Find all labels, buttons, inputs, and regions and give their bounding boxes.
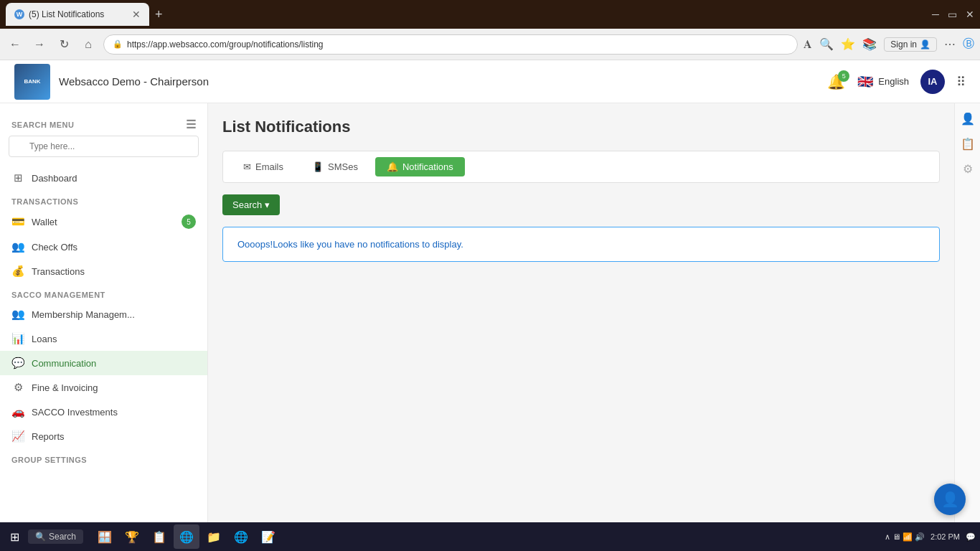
collections-icon[interactable]: 📚 bbox=[862, 37, 877, 51]
system-tray-icons: ∧ 🖥 📶 🔊 bbox=[885, 532, 925, 542]
support-icon: 👤 bbox=[941, 491, 959, 508]
dashboard-icon: ⊞ bbox=[11, 171, 24, 184]
home-button[interactable]: ⌂ bbox=[79, 35, 98, 54]
taskbar: ⊞ 🔍 Search 🪟 🏆 📋 🌐 📁 🌐 📝 ∧ 🖥 📶 🔊 2:02 PM… bbox=[0, 522, 980, 551]
url-text: https://app.websacco.com/group/notificat… bbox=[127, 39, 788, 50]
minimize-button[interactable]: ─ bbox=[932, 9, 939, 20]
notification-center-icon[interactable]: 💬 bbox=[966, 532, 976, 542]
search-icon[interactable]: 🔍 bbox=[819, 37, 834, 51]
empty-state-message: Oooops!Looks like you have no notificati… bbox=[222, 227, 940, 262]
sidebar-item-transactions[interactable]: 💰 Transactions bbox=[0, 259, 207, 283]
page-title: List Notifications bbox=[222, 118, 940, 136]
right-panel-users-icon[interactable]: 👤 bbox=[961, 112, 975, 126]
sidebar-item-label: Loans bbox=[32, 334, 57, 344]
empty-state-text: Oooops!Looks like you have no notificati… bbox=[237, 239, 463, 250]
taskbar-app-files[interactable]: 🪟 bbox=[92, 524, 118, 549]
browser-tab[interactable]: W (5) List Notifications ✕ bbox=[6, 3, 149, 26]
toolbar-icons: 𝐀 🔍 ⭐ 📚 Sign in 👤 ⋯ Ⓑ bbox=[804, 37, 974, 52]
sign-in-label: Sign in bbox=[890, 39, 917, 50]
user-circle-icon: 👤 bbox=[920, 39, 930, 50]
sidebar-item-communication[interactable]: 💬 Communication bbox=[0, 351, 207, 375]
start-button[interactable]: ⊞ bbox=[4, 527, 25, 547]
search-menu-label: SEARCH MENU ☰ bbox=[0, 112, 207, 136]
group-settings-section-label: GROUP SETTINGS bbox=[0, 448, 207, 467]
close-window-button[interactable]: ✕ bbox=[966, 9, 974, 20]
sidebar-item-fines[interactable]: ⚙ Fine & Invoicing bbox=[0, 375, 207, 400]
notification-bell[interactable]: 🔔 5 bbox=[827, 73, 845, 90]
back-button[interactable]: ← bbox=[6, 35, 24, 54]
taskbar-time: 2:02 PM bbox=[930, 532, 960, 541]
emails-icon: ✉ bbox=[243, 161, 251, 172]
app-header: BANK Websacco Demo - Chairperson 🔔 5 🇬🇧 … bbox=[0, 60, 980, 103]
taskbar-app-word[interactable]: 📝 bbox=[255, 524, 281, 549]
loans-icon: 📊 bbox=[11, 332, 24, 345]
tab-notifications[interactable]: 🔔 Notifications bbox=[375, 157, 465, 176]
tab-emails[interactable]: ✉ Emails bbox=[232, 157, 295, 176]
sidebar-item-investments[interactable]: 🚗 SACCO Investments bbox=[0, 400, 207, 424]
search-button[interactable]: Search ▾ bbox=[222, 194, 280, 215]
logo-text: BANK bbox=[24, 78, 40, 85]
address-bar[interactable]: 🔒 https://app.websacco.com/group/notific… bbox=[103, 34, 798, 55]
tabs-container: ✉ Emails 📱 SMSes 🔔 Notifications bbox=[222, 151, 940, 183]
sidebar-item-label: Dashboard bbox=[32, 173, 77, 184]
sidebar-item-checkoffs[interactable]: 👥 Check Offs bbox=[0, 235, 207, 259]
taskbar-app-tasks[interactable]: 📋 bbox=[146, 524, 172, 549]
taskbar-app-trophy[interactable]: 🏆 bbox=[119, 524, 145, 549]
refresh-button[interactable]: ↻ bbox=[55, 35, 73, 54]
search-button-label: Search bbox=[232, 199, 262, 210]
taskbar-right: ∧ 🖥 📶 🔊 2:02 PM 💬 bbox=[885, 532, 976, 542]
new-tab-button[interactable]: + bbox=[155, 7, 163, 22]
sidebar-item-loans[interactable]: 📊 Loans bbox=[0, 326, 207, 351]
right-panel-settings-icon[interactable]: ⚙ bbox=[963, 162, 973, 176]
app-title: Websacco Demo - Chairperson bbox=[59, 75, 209, 88]
forward-button[interactable]: → bbox=[30, 35, 49, 54]
apps-grid-icon[interactable]: ⠿ bbox=[956, 74, 966, 90]
sidebar-item-label: Communication bbox=[32, 358, 96, 369]
sidebar-item-membership[interactable]: 👥 Membership Managem... bbox=[0, 302, 207, 326]
taskbar-app-edge[interactable]: 🌐 bbox=[174, 524, 199, 549]
lock-icon: 🔒 bbox=[113, 39, 123, 49]
tab-close-button[interactable]: ✕ bbox=[132, 9, 141, 20]
tab-label: Notifications bbox=[402, 161, 453, 172]
language-selector[interactable]: 🇬🇧 English bbox=[857, 73, 909, 90]
sidebar-search-input[interactable] bbox=[9, 136, 199, 157]
support-chat-button[interactable]: 👤 bbox=[934, 484, 966, 515]
maximize-button[interactable]: ▭ bbox=[948, 9, 957, 20]
transactions-section-label: TRANSACTIONS bbox=[0, 190, 207, 209]
tab-smses[interactable]: 📱 SMSes bbox=[301, 157, 369, 176]
sidebar-item-dashboard[interactable]: ⊞ Dashboard bbox=[0, 166, 207, 190]
sidebar-item-label: Wallet bbox=[32, 217, 57, 227]
notifications-icon: 🔔 bbox=[387, 161, 398, 172]
sidebar-item-label: Fine & Invoicing bbox=[32, 382, 98, 393]
sidebar-item-wallet[interactable]: 💳 Wallet 5 bbox=[0, 209, 207, 235]
hamburger-icon[interactable]: ☰ bbox=[186, 118, 197, 131]
favorites-icon[interactable]: ⭐ bbox=[841, 37, 855, 51]
tab-title: (5) List Notifications bbox=[29, 9, 104, 19]
communication-icon: 💬 bbox=[11, 357, 24, 369]
sidebar-item-reports[interactable]: 📈 Reports bbox=[0, 424, 207, 448]
right-panel-docs-icon[interactable]: 📋 bbox=[961, 137, 975, 151]
language-label: English bbox=[878, 76, 909, 87]
sms-icon: 📱 bbox=[312, 161, 324, 172]
user-avatar[interactable]: IA bbox=[920, 70, 945, 94]
more-options-icon[interactable]: ⋯ bbox=[944, 37, 956, 51]
fines-icon: ⚙ bbox=[11, 381, 24, 394]
address-bar-row: ← → ↻ ⌂ 🔒 https://app.websacco.com/group… bbox=[0, 29, 980, 60]
taskbar-apps: 🪟 🏆 📋 🌐 📁 🌐 📝 bbox=[92, 524, 281, 549]
wallet-icon: 💳 bbox=[11, 215, 24, 228]
sign-in-button[interactable]: Sign in 👤 bbox=[884, 37, 937, 52]
sacco-management-section-label: SACCO MANAGEMENT bbox=[0, 283, 207, 302]
taskbar-search[interactable]: 🔍 Search bbox=[28, 529, 83, 544]
sidebar: SEARCH MENU ☰ 🔍 ⊞ Dashboard TRANSACTIONS… bbox=[0, 103, 208, 551]
content-area: List Notifications ✉ Emails 📱 SMSes 🔔 No… bbox=[208, 103, 954, 551]
read-aloud-icon[interactable]: 𝐀 bbox=[804, 38, 812, 51]
taskbar-app-folder[interactable]: 📁 bbox=[201, 524, 227, 549]
right-panel: 👤 📋 ⚙ bbox=[954, 103, 980, 551]
search-input-wrap: 🔍 bbox=[0, 136, 207, 166]
wallet-badge: 5 bbox=[182, 215, 196, 229]
taskbar-app-browser[interactable]: 🌐 bbox=[228, 524, 254, 549]
chevron-down-icon: ▾ bbox=[265, 199, 270, 210]
reports-icon: 📈 bbox=[11, 430, 24, 443]
sidebar-item-label: Reports bbox=[32, 431, 65, 442]
sidebar-item-label: Transactions bbox=[32, 266, 85, 277]
